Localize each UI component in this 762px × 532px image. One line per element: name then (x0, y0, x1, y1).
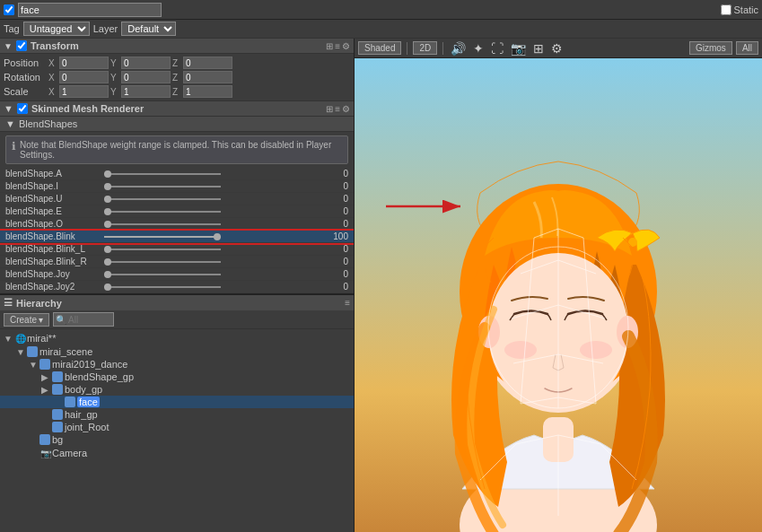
hierarchy-options: ≡ (345, 298, 350, 308)
blend-slider-0[interactable] (104, 173, 221, 175)
blend-slider-container-6 (104, 249, 321, 250)
scene-icon[interactable]: ⛶ (489, 41, 505, 56)
static-checkbox[interactable] (721, 4, 731, 15)
position-xyz: X Y Z (48, 57, 350, 69)
blend-shape-row-2[interactable]: blendShape.U0 (0, 193, 354, 205)
blend-slider-container-0 (104, 173, 321, 175)
scale-z-input[interactable] (183, 85, 232, 98)
tree-item-body_gp[interactable]: ▶body_gp (0, 383, 354, 396)
blend-shape-row-5[interactable]: blendShape.Blink100 (0, 231, 354, 243)
2d-button[interactable]: 2D (413, 41, 437, 55)
blend-shape-row-0[interactable]: blendShape.A0 (0, 168, 354, 180)
separator2 (442, 42, 443, 55)
tree-item-hair_gp[interactable]: hair_gp (0, 408, 354, 421)
skinned-enabled[interactable] (17, 103, 28, 114)
tree-label-mirai2019_dance: mirai2019_dance (52, 359, 127, 370)
all-button[interactable]: All (736, 41, 758, 55)
blendshapes-arrow: ▼ (5, 118, 15, 129)
object-header: Static (0, 0, 762, 20)
info-text: Note that BlendShape weight range is cla… (20, 140, 342, 160)
blend-shape-row-9[interactable]: blendShape.Joy20 (0, 281, 354, 293)
hierarchy-tree: ▼🌐mirai*▼mirai_scene▼mirai2019_dance▶ble… (0, 329, 354, 532)
tree-item-blendshape_gp[interactable]: ▶blendShape_gp (0, 371, 354, 383)
skinned-icon3: ⚙ (342, 104, 350, 114)
pos-x-input[interactable] (59, 57, 109, 69)
settings-icon[interactable]: ⚙ (549, 41, 565, 56)
skinned-mesh-header[interactable]: ▼ Skinned Mesh Renderer ⊞ ≡ ⚙ (0, 100, 354, 117)
blend-slider-6[interactable] (104, 249, 221, 250)
blend-shape-row-6[interactable]: blendShape.Blink_L0 (0, 243, 354, 256)
skinned-icon1: ⊞ (326, 104, 333, 114)
info-icon: ℹ (12, 140, 16, 153)
tag-dropdown[interactable]: Untagged (23, 22, 90, 36)
blend-shape-name-1: blendShape.I (5, 181, 104, 191)
scale-row: Scale X Y Z (4, 84, 350, 99)
skinned-title: Skinned Mesh Renderer (31, 103, 144, 114)
viewport-canvas[interactable] (355, 58, 762, 532)
blend-shape-row-1[interactable]: blendShape.I0 (0, 180, 354, 193)
position-row: Position X Y Z (4, 56, 350, 70)
tree-label-bg: bg (52, 434, 63, 445)
tree-item-mirai2019_dance[interactable]: ▼mirai2019_dance (0, 358, 354, 371)
separator1 (407, 42, 407, 55)
rotation-xyz: X Y Z (48, 71, 350, 83)
tree-item-bg[interactable]: bg (0, 433, 354, 446)
rotation-row: Rotation X Y Z (4, 70, 350, 84)
blend-shape-row-8[interactable]: blendShape.Joy0 (0, 268, 354, 281)
hierarchy-toolbar: Create ▾ 🔍 (0, 310, 354, 329)
blend-slider-container-3 (104, 211, 321, 213)
blend-slider-2[interactable] (104, 198, 221, 200)
effects-icon[interactable]: ✦ (471, 41, 486, 56)
tree-item-Camera[interactable]: 📷Camera (0, 446, 354, 460)
blend-shape-row-7[interactable]: blendShape.Blink_R0 (0, 256, 354, 268)
blend-slider-1[interactable] (104, 186, 221, 188)
rot-y-input[interactable] (121, 71, 171, 83)
blend-slider-9[interactable] (104, 286, 221, 288)
tree-icon-bg (39, 434, 50, 445)
blend-shape-name-2: blendShape.U (5, 194, 104, 204)
transform-section-header[interactable]: ▼ Transform ⊞ ≡ ⚙ (0, 39, 354, 54)
transform-icon3: ⚙ (342, 41, 350, 51)
blend-value-6: 0 (321, 244, 348, 254)
tree-arrow-blendshape_gp: ▶ (41, 372, 52, 382)
camera-icon[interactable]: 📷 (509, 41, 528, 56)
transform-icon2: ≡ (335, 41, 340, 51)
blend-shape-row-4[interactable]: blendShape.O0 (0, 218, 354, 231)
rot-z-input[interactable] (183, 71, 232, 83)
blend-slider-3[interactable] (104, 211, 221, 213)
transform-body: Position X Y Z Rotation X Y Z (0, 54, 354, 100)
blend-slider-8[interactable] (104, 274, 221, 275)
blend-slider-4[interactable] (104, 223, 221, 225)
object-name-input[interactable] (18, 3, 162, 17)
tree-label-face: face (77, 397, 100, 407)
blend-shape-name-8: blendShape.Joy (5, 269, 104, 279)
viewport-toolbar: Shaded 2D 🔊 ✦ ⛶ 📷 ⊞ ⚙ Gizmos All (355, 39, 762, 58)
pos-y-input[interactable] (121, 57, 171, 69)
scale-y-input[interactable] (121, 85, 171, 98)
layer-dropdown[interactable]: Default (121, 22, 176, 36)
tree-item-face[interactable]: face (0, 396, 354, 408)
tag-layer-row: Tag Untagged Layer Default (0, 20, 762, 39)
gizmos-button[interactable]: Gizmos (689, 41, 732, 55)
static-toggle: Static (721, 4, 758, 15)
rot-x-input[interactable] (59, 71, 109, 83)
blend-shape-row-3[interactable]: blendShape.E0 (0, 205, 354, 218)
blend-slider-5[interactable] (104, 236, 221, 238)
tree-item-joint_Root[interactable]: joint_Root (0, 421, 354, 433)
tree-item-mirai[interactable]: ▼🌐mirai* (0, 331, 354, 345)
audio-icon[interactable]: 🔊 (449, 41, 468, 56)
create-button[interactable]: Create ▾ (4, 313, 49, 327)
blendshapes-header[interactable]: ▼ BlendShapes (0, 117, 354, 132)
shading-dropdown[interactable]: Shaded (358, 41, 401, 55)
tree-arrow-body_gp: ▶ (41, 385, 52, 395)
scale-x-input[interactable] (59, 85, 109, 98)
pos-z-input[interactable] (183, 57, 232, 69)
object-enabled-checkbox[interactable] (4, 4, 14, 15)
blend-slider-7[interactable] (104, 261, 221, 263)
create-label: Create (10, 315, 37, 325)
transform-enabled[interactable] (16, 40, 27, 51)
grid-icon[interactable]: ⊞ (531, 41, 546, 56)
hierarchy-search-input[interactable] (66, 312, 111, 327)
pos-y-label: Y (110, 58, 119, 68)
tree-item-mirai_scene[interactable]: ▼mirai_scene (0, 345, 354, 358)
